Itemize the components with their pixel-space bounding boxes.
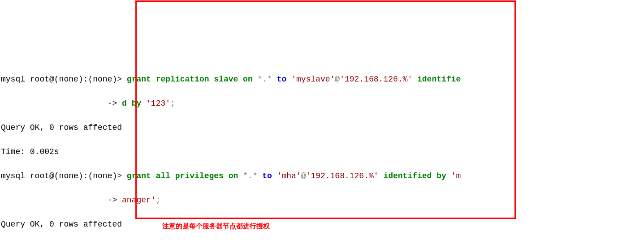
continuation-prompt: -> [1, 99, 117, 108]
terminal-line: -> d by '123'; [1, 98, 643, 110]
query-result: Query OK, 0 rows affected [1, 218, 643, 231]
sql-keyword: d by [117, 99, 146, 108]
query-time: Time: 0.002s [1, 146, 643, 158]
sql-string: '192.168.126.%' [340, 75, 412, 84]
sql-keyword: identifie [412, 75, 461, 84]
sql-string: 'm [451, 171, 461, 180]
sql-keyword: to [258, 171, 277, 180]
sql-semicolon: ; [170, 99, 175, 108]
sql-string: 'mha' [277, 171, 301, 180]
highlight-box [135, 0, 516, 219]
sql-at: @ [335, 75, 340, 84]
mysql-prompt: mysql root@(none):(none)> [1, 171, 122, 180]
continuation-prompt: -> [1, 196, 117, 205]
sql-string: '192.168.126.%' [306, 171, 379, 180]
sql-string: 'myslave' [291, 75, 335, 84]
sql-keyword: identified by [379, 171, 451, 180]
mysql-prompt: mysql root@(none):(none)> [1, 75, 122, 84]
terminal-line: mysql root@(none):(none)> grant replicat… [1, 73, 643, 86]
terminal-line: -> anager'; [1, 194, 643, 206]
sql-keyword: grant replication slave on [122, 75, 257, 84]
sql-keyword: to [272, 75, 291, 84]
sql-at: @ [301, 171, 306, 180]
sql-string: anager' [117, 196, 156, 205]
sql-wildcard: *.* [258, 75, 272, 84]
sql-wildcard: *.* [243, 171, 257, 180]
sql-semicolon: ; [156, 196, 161, 205]
annotation-note: 注意的是每个服务器节点都进行授权 [162, 221, 270, 231]
query-result: Query OK, 0 rows affected [1, 122, 643, 134]
sql-keyword: grant all privileges on [122, 171, 243, 180]
terminal-line: mysql root@(none):(none)> grant all priv… [1, 170, 643, 182]
sql-string: '123' [146, 99, 170, 108]
